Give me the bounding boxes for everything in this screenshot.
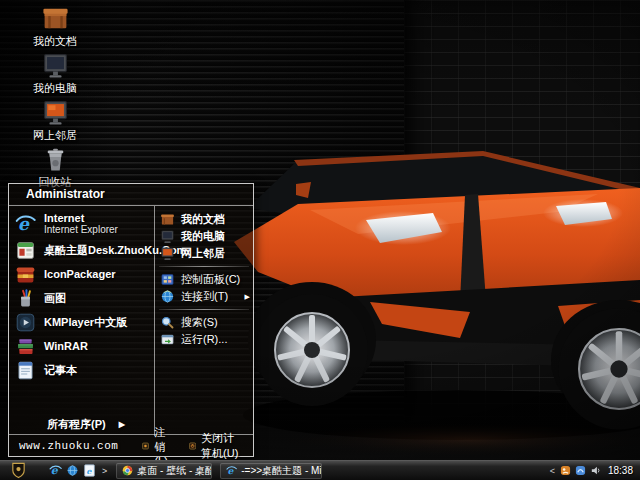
menu-item-label: 运行(R)... [181,332,227,347]
menu-item-label: IconPackager [44,268,116,280]
menu-item-paint[interactable]: 画图 [9,286,154,310]
menu-item-label: 搜索(S) [181,315,218,330]
start-menu-body: e Internet Internet Explorer 桌酷主题Desk.Zh… [9,206,253,436]
desktop-icon-my-documents[interactable]: 我的文档 [15,4,95,51]
submenu-arrow-icon: ▶ [119,420,125,429]
taskbar-window-title: -=>>桌酷主题 - Mi... [241,464,322,478]
menu-item-label: 记事本 [44,363,77,378]
start-menu-pinned-list: e Internet Internet Explorer 桌酷主题Desk.Zh… [9,206,155,436]
menu-item-label: 网上邻居 [181,246,225,261]
internet-explorer-icon[interactable]: e [49,464,62,477]
system-tray: < 18:38 [550,465,640,476]
shutdown-label: 关闭计算机(U) [201,431,243,461]
menu-item-my-computer[interactable]: 我的电脑 [155,228,253,245]
menu-item-label: KMPlayer中文版 [44,315,127,330]
quick-launch-bar: e e > [49,464,107,477]
iconpackager-icon [15,264,36,285]
menu-item-zhuoku-theme[interactable]: 桌酷主题Desk.ZhuoKu.Com [9,238,154,262]
menu-item-label: 画图 [44,291,66,306]
my-computer-icon [160,229,175,244]
taskbar-window-wallpaper-browser[interactable]: 桌面 - 壁纸 - 桌酷... [116,463,212,479]
run-icon [160,332,175,347]
messenger-orange-icon[interactable] [560,465,571,476]
globe-icon[interactable] [66,464,79,477]
menu-item-iconpackager[interactable]: IconPackager [9,262,154,286]
taskbar-window-buttons: 桌面 - 壁纸 - 桌酷... e -=>>桌酷主题 - Mi... [116,463,322,479]
all-programs-button[interactable]: 所有程序(P) ▶ [9,412,154,436]
menu-item-label: 控制面板(C) [181,272,240,287]
internet-explorer-icon: e [15,213,36,234]
menu-item-control-panel[interactable]: 控制面板(C) [155,271,253,288]
menu-item-label: Internet [44,212,118,224]
start-button[interactable] [0,461,36,480]
start-menu-places-list: 我的文档 我的电脑 网上邻居 控制面板(C) 连接到(T) [155,206,253,436]
desktop-icon-label: 我的电脑 [33,81,77,96]
connect-to-icon [160,289,175,304]
shutdown-icon [189,440,196,452]
menu-item-label: 我的文档 [181,212,225,227]
menu-item-network-places[interactable]: 网上邻居 [155,245,253,262]
quick-launch-expand-chevron[interactable]: > [102,466,107,476]
start-menu: Administrator e Internet Internet Explor… [8,183,254,457]
desktop-icon-list: 我的文档 我的电脑 网上邻居 回收站 [15,4,95,192]
menu-item-label: 连接到(T) [181,289,228,304]
menu-item-internet[interactable]: e Internet Internet Explorer [9,208,154,238]
recycle-bin-icon [41,145,70,174]
menu-separator [159,309,249,310]
menu-item-label: 我的电脑 [181,229,225,244]
menu-item-sublabel: Internet Explorer [44,224,118,235]
my-documents-icon [160,212,175,227]
menu-item-notepad[interactable]: 记事本 [9,358,154,382]
shutdown-button[interactable]: 关闭计算机(U) [189,431,243,461]
logoff-icon [142,440,149,452]
internet-explorer-icon: e [226,465,237,476]
submenu-arrow-icon: ▶ [245,293,253,301]
menu-separator [159,266,249,267]
desktop-icon-label: 我的文档 [33,34,77,49]
picture-browser-icon [122,465,133,476]
notepad-icon [15,360,36,381]
taskbar: e e > 桌面 - 壁纸 - 桌酷... e -=>>桌酷主题 - Mi...… [0,460,640,480]
desktop-icon-label: 网上邻居 [33,128,77,143]
menu-item-kmplayer[interactable]: KMPlayer中文版 [9,310,154,334]
desktop: 我的文档 我的电脑 网上邻居 回收站 Administrator e Inter… [0,0,640,480]
menu-item-my-documents[interactable]: 我的文档 [155,211,253,228]
desktop-icon-my-computer[interactable]: 我的电脑 [15,51,95,98]
tray-collapse-chevron[interactable]: < [550,466,555,476]
start-menu-footer: www.zhuoku.com 注销(L) 关闭计算机(U) [9,434,253,456]
wallpaper-car [218,140,640,460]
menu-item-search[interactable]: 搜索(S) [155,314,253,331]
desktop-icon-network-places[interactable]: 网上邻居 [15,98,95,145]
start-menu-user-name: Administrator [9,184,253,206]
menu-item-connect-to[interactable]: 连接到(T) ▶ [155,288,253,305]
zhuoku-theme-icon [15,240,36,261]
messenger-blue-icon[interactable] [575,465,586,476]
network-places-icon [160,246,175,261]
taskbar-clock: 18:38 [608,465,633,476]
menu-item-run[interactable]: 运行(R)... [155,331,253,348]
ie-document-icon[interactable]: e [83,464,96,477]
my-computer-icon [41,51,70,80]
my-documents-icon [41,4,70,33]
volume-icon[interactable] [590,465,601,476]
taskbar-window-zhuoku-theme[interactable]: e -=>>桌酷主题 - Mi... [220,463,322,479]
menu-item-label: WinRAR [44,340,88,352]
all-programs-label: 所有程序(P) [47,417,106,432]
search-icon [160,315,175,330]
taskbar-window-title: 桌面 - 壁纸 - 桌酷... [137,464,212,478]
svg-text:e: e [86,466,92,476]
network-places-icon [41,98,70,127]
menu-item-winrar[interactable]: WinRAR [9,334,154,358]
paint-icon [15,288,36,309]
lamborghini-shield-icon [11,462,26,479]
kmplayer-icon [15,312,36,333]
control-panel-icon [160,272,175,287]
zhuoku-website-link[interactable]: www.zhuoku.com [19,440,118,452]
winrar-icon [15,336,36,357]
